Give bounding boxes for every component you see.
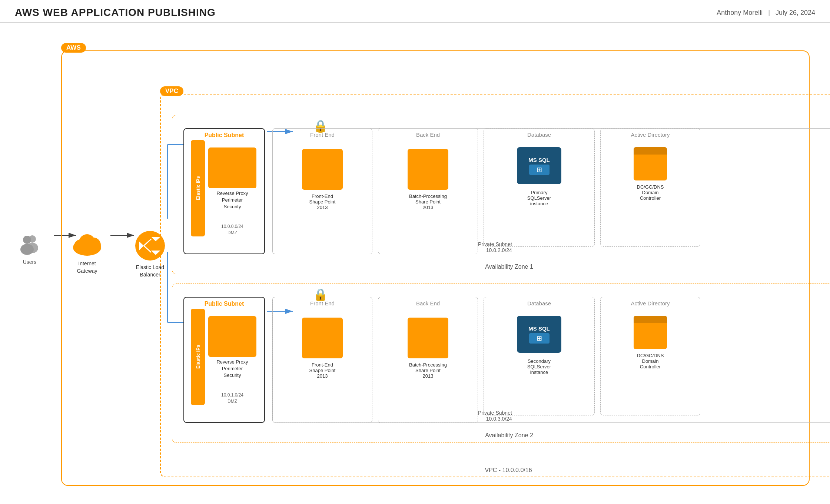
az2-frontend-label: Front End (310, 300, 335, 306)
az2-dmz-label: 10.0.1.0/24DMZ (206, 392, 258, 405)
az2-elastic-ips-bar: Elastic IPs (191, 309, 205, 405)
vpc-boundary: VPC VPC - 10.0.0.0/16 Availability Zone … (160, 94, 830, 477)
az2-db-instance-label: SecondarySQLServerinstance (527, 358, 551, 375)
availability-zone-1: Availability Zone 1 Public Subnet Elasti… (172, 115, 830, 274)
users-icon (17, 234, 43, 256)
svg-point-18 (74, 242, 100, 255)
az2-database-section: Database MS SQL ⊞ SecondarySQLServerinst… (484, 297, 595, 415)
az2-ad-section: Active Directory DC/GC/DNSDomainControll… (600, 297, 700, 415)
az2-ad-label: Active Directory (631, 300, 670, 306)
users-area: Users (11, 234, 48, 265)
aws-label: AWS (61, 43, 86, 53)
az2-backend-box-label: Batch-ProcessingShare Point2013 (409, 362, 447, 379)
svg-point-13 (20, 244, 34, 255)
az2-elastic-ips-label: Elastic IPs (195, 345, 201, 369)
az2-mssql-box: MS SQL ⊞ (517, 316, 561, 353)
az2-database-label: Database (527, 300, 551, 306)
page-title: AWS WEB APPLICATION PUBLISHING (15, 7, 216, 19)
az2-label: Availability Zone 2 (485, 432, 533, 439)
az1-ad-top (634, 147, 667, 155)
internet-gateway-icon (70, 232, 104, 258)
az1-label: Availability Zone 1 (485, 263, 533, 270)
az2-backend-label: Back End (416, 300, 440, 306)
elastic-lb-label: Elastic LoadBalancer (132, 264, 169, 278)
users-label: Users (11, 259, 48, 265)
az2-mssql-text: MS SQL (528, 325, 550, 332)
az2-backend-box (408, 318, 448, 358)
header-meta: Anthony Morelli | July 26, 2024 (717, 9, 815, 17)
az2-mssql-cylinder: ⊞ (529, 333, 550, 344)
az1-reverse-proxy-box (208, 147, 256, 188)
az2-public-subnet-label: Public Subnet (184, 301, 264, 307)
availability-zone-2: Availability Zone 2 Public Subnet Elasti… (172, 284, 830, 443)
svg-point-12 (23, 236, 31, 244)
az2-frontend-box-label: Front-EndShape Point2013 (309, 362, 336, 379)
az1-dmz-label: 10.0.0.0/24DMZ (206, 223, 258, 236)
az2-reverse-proxy-label: Reverse ProxyPerimeterSecurity (206, 359, 258, 379)
az2-frontend-section: Front End Front-EndShape Point2013 (272, 297, 372, 423)
az2-ad-top (634, 316, 667, 323)
elastic-lb-icon (135, 230, 166, 262)
az1-ad-controller-label: DC/GC/DNSDomainController (637, 184, 664, 201)
az1-public-subnet-label: Public Subnet (184, 132, 264, 139)
internet-gateway-area: InternetGateway (69, 232, 106, 275)
az2-frontend-box (302, 318, 343, 358)
az1-reverse-proxy-label: Reverse ProxyPerimeterSecurity (206, 190, 258, 210)
vpc-label: VPC (160, 86, 183, 96)
az2-public-subnet: Public Subnet Elastic IPs Reverse ProxyP… (183, 297, 265, 423)
az1-db-instance-label: PrimarySQLServerinstance (527, 190, 551, 206)
az1-database-label: Database (527, 132, 551, 138)
az1-mssql-box: MS SQL ⊞ (517, 147, 561, 184)
az2-backend-section: Back End Batch-ProcessingShare Point2013 (378, 297, 478, 423)
az1-elastic-ips-bar: Elastic IPs (191, 140, 205, 236)
az1-mssql-cylinder: ⊞ (529, 165, 550, 175)
elastic-lb-area: Elastic LoadBalancer (132, 230, 169, 278)
diagram-area: AWS VPC VPC - 10.0.0.0/16 Availability Z… (0, 23, 830, 503)
az2-reverse-proxy-box (208, 316, 256, 357)
az2-ad-controller-label: DC/GC/DNSDomainController (637, 353, 664, 369)
vpc-cidr-label: VPC - 10.0.0.0/16 (485, 467, 532, 474)
az1-elastic-ips-label: Elastic IPs (195, 176, 201, 200)
az1-ad-label: Active Directory (631, 132, 670, 138)
az1-database-section: Database MS SQL ⊞ PrimarySQLServerinstan… (484, 128, 595, 247)
page-header: AWS WEB APPLICATION PUBLISHING Anthony M… (0, 0, 830, 23)
internet-gateway-label: InternetGateway (69, 260, 106, 275)
az1-mssql-text: MS SQL (528, 157, 550, 163)
aws-boundary: AWS VPC VPC - 10.0.0.0/16 Availability Z… (61, 50, 810, 486)
az1-ad-section: Active Directory DC/GC/DNSDomainControll… (600, 128, 700, 247)
az1-public-subnet: Public Subnet Elastic IPs Reverse ProxyP… (183, 128, 265, 254)
